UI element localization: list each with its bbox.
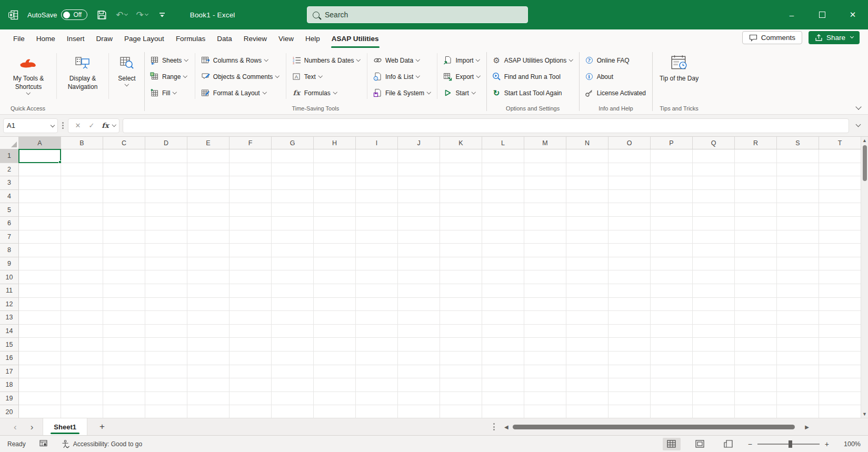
cell-E9[interactable]	[187, 257, 230, 271]
name-box[interactable]	[3, 118, 58, 133]
cell-R19[interactable]	[735, 392, 777, 406]
cell-A4[interactable]	[19, 190, 61, 204]
cell-M17[interactable]	[524, 365, 566, 379]
tab-asap-utilities[interactable]: ASAP Utilities	[326, 29, 385, 48]
cell-E16[interactable]	[187, 351, 230, 365]
cell-C10[interactable]	[103, 270, 145, 284]
cell-D16[interactable]	[145, 351, 187, 365]
cell-L8[interactable]	[482, 244, 524, 257]
cell-I15[interactable]	[356, 338, 398, 351]
cell-O11[interactable]	[608, 284, 651, 298]
cell-N19[interactable]	[566, 392, 608, 406]
cell-G19[interactable]	[272, 392, 314, 406]
cell-H9[interactable]	[314, 257, 356, 271]
cell-G3[interactable]	[272, 176, 314, 190]
cell-C12[interactable]	[103, 298, 145, 312]
cell-F4[interactable]	[230, 190, 272, 204]
cell-B10[interactable]	[61, 270, 103, 284]
cell-J17[interactable]	[398, 365, 440, 379]
cell-M6[interactable]	[524, 217, 566, 230]
cell-O20[interactable]	[608, 405, 651, 418]
cell-C4[interactable]	[103, 190, 145, 204]
macro-record-icon[interactable]	[39, 440, 48, 448]
cell-J6[interactable]	[398, 217, 440, 230]
cell-T16[interactable]	[819, 351, 861, 365]
name-box-input[interactable]	[7, 122, 44, 129]
cell-B2[interactable]	[61, 163, 103, 177]
web-data-button[interactable]: Web Data	[371, 52, 435, 68]
cell-E19[interactable]	[187, 392, 230, 406]
new-sheet-button[interactable]: +	[87, 418, 117, 435]
cell-F7[interactable]	[230, 230, 272, 244]
cell-R7[interactable]	[735, 230, 777, 244]
cell-H3[interactable]	[314, 176, 356, 190]
cell-B4[interactable]	[61, 190, 103, 204]
cell-H16[interactable]	[314, 351, 356, 365]
cell-E20[interactable]	[187, 405, 230, 418]
cell-Q18[interactable]	[693, 378, 735, 392]
cell-T8[interactable]	[819, 244, 861, 257]
cell-J11[interactable]	[398, 284, 440, 298]
cell-M13[interactable]	[524, 311, 566, 325]
row-header-7[interactable]: 7	[0, 230, 19, 244]
cell-R16[interactable]	[735, 351, 777, 365]
cell-D3[interactable]	[145, 176, 187, 190]
cell-K20[interactable]	[440, 405, 482, 418]
cell-S12[interactable]	[777, 298, 819, 312]
license-activated-button[interactable]: License Activated	[583, 85, 650, 101]
cell-H4[interactable]	[314, 190, 356, 204]
tab-page-layout[interactable]: Page Layout	[118, 29, 170, 48]
cell-J5[interactable]	[398, 203, 440, 217]
row-header-9[interactable]: 9	[0, 257, 19, 271]
vertical-scrollbar[interactable]: ▲ ▼	[861, 137, 868, 418]
cell-L9[interactable]	[482, 257, 524, 271]
cell-H10[interactable]	[314, 270, 356, 284]
cell-M3[interactable]	[524, 176, 566, 190]
column-header-M[interactable]: M	[524, 137, 566, 149]
cell-M4[interactable]	[524, 190, 566, 204]
cell-B18[interactable]	[61, 378, 103, 392]
cell-F10[interactable]	[230, 270, 272, 284]
cell-M9[interactable]	[524, 257, 566, 271]
cell-D5[interactable]	[145, 203, 187, 217]
cell-M10[interactable]	[524, 270, 566, 284]
cell-E14[interactable]	[187, 325, 230, 338]
cell-D1[interactable]	[145, 149, 187, 163]
name-box-resize-handle[interactable]	[61, 122, 65, 129]
cell-H7[interactable]	[314, 230, 356, 244]
tab-formulas[interactable]: Formulas	[170, 29, 211, 48]
cell-I20[interactable]	[356, 405, 398, 418]
cell-N18[interactable]	[566, 378, 608, 392]
cell-H11[interactable]	[314, 284, 356, 298]
column-header-J[interactable]: J	[398, 137, 440, 149]
cell-O17[interactable]	[608, 365, 651, 379]
cell-J4[interactable]	[398, 190, 440, 204]
cell-N11[interactable]	[566, 284, 608, 298]
cell-L20[interactable]	[482, 405, 524, 418]
cell-F14[interactable]	[230, 325, 272, 338]
numbers-dates-button[interactable]: 123 Numbers & Dates	[290, 52, 364, 68]
cell-L14[interactable]	[482, 325, 524, 338]
cell-H6[interactable]	[314, 217, 356, 230]
text-button[interactable]: A Text	[290, 68, 364, 85]
cell-J8[interactable]	[398, 244, 440, 257]
cell-P3[interactable]	[651, 176, 693, 190]
cell-D2[interactable]	[145, 163, 187, 177]
cell-D11[interactable]	[145, 284, 187, 298]
cell-I9[interactable]	[356, 257, 398, 271]
cell-A14[interactable]	[19, 325, 61, 338]
column-header-R[interactable]: R	[735, 137, 777, 149]
cell-R20[interactable]	[735, 405, 777, 418]
cell-P5[interactable]	[651, 203, 693, 217]
cell-B12[interactable]	[61, 298, 103, 312]
row-header-4[interactable]: 4	[0, 190, 19, 204]
cell-C2[interactable]	[103, 163, 145, 177]
cell-D13[interactable]	[145, 311, 187, 325]
cell-D7[interactable]	[145, 230, 187, 244]
cell-S6[interactable]	[777, 217, 819, 230]
cell-L16[interactable]	[482, 351, 524, 365]
cell-K4[interactable]	[440, 190, 482, 204]
cell-M18[interactable]	[524, 378, 566, 392]
cell-K8[interactable]	[440, 244, 482, 257]
cell-L6[interactable]	[482, 217, 524, 230]
